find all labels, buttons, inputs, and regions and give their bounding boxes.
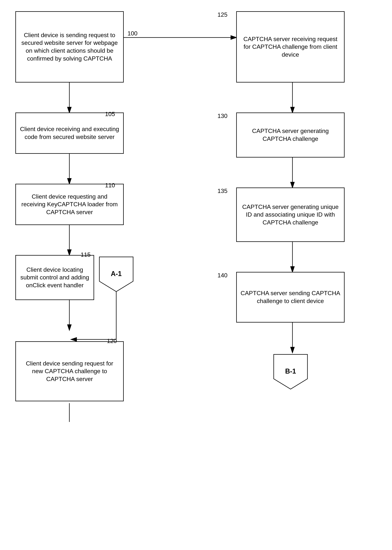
box-115: Client device locating submit control an…: [15, 255, 94, 300]
box-110: Client device requesting and receiving K…: [15, 184, 124, 225]
label-130: 130: [217, 113, 227, 120]
label-125: 125: [217, 11, 227, 18]
box-135-text: CAPTCHA server generating unique ID and …: [240, 203, 340, 226]
connector-b1-label: B-1: [285, 367, 296, 375]
box-135: CAPTCHA server generating unique ID and …: [236, 188, 345, 242]
connector-a1: A-1: [98, 255, 135, 293]
box-140: CAPTCHA server sending CAPTCHA challenge…: [236, 272, 345, 323]
label-100: 100: [127, 30, 137, 37]
box-130-text: CAPTCHA server generating CAPTCHA challe…: [240, 127, 340, 143]
box-120: Client device sending request for new CA…: [15, 341, 124, 401]
flowchart-diagram: Client device is sending request to secu…: [0, 0, 392, 550]
box-105-text: Client device receiving and executing co…: [20, 125, 119, 141]
box-125: CAPTCHA server receiving request for CAP…: [236, 11, 345, 83]
connector-a1-label: A-1: [111, 270, 122, 278]
box-125-text: CAPTCHA server receiving request for CAP…: [240, 35, 340, 59]
box-130: CAPTCHA server generating CAPTCHA challe…: [236, 113, 345, 157]
label-120: 120: [107, 338, 117, 345]
box-140-text: CAPTCHA server sending CAPTCHA challenge…: [240, 289, 340, 305]
label-105: 105: [105, 111, 115, 118]
box-100: Client device is sending request to secu…: [15, 11, 124, 83]
connector-b1: B-1: [272, 353, 309, 390]
box-120-text: Client device sending request for new CA…: [20, 360, 119, 383]
box-115-text: Client device locating submit control an…: [20, 266, 90, 289]
box-100-text: Client device is sending request to secu…: [20, 31, 119, 63]
label-135: 135: [217, 188, 227, 194]
box-110-text: Client device requesting and receiving K…: [20, 193, 119, 216]
box-105: Client device receiving and executing co…: [15, 113, 124, 154]
label-140: 140: [217, 272, 227, 279]
label-110: 110: [105, 182, 115, 189]
label-115: 115: [81, 251, 91, 258]
